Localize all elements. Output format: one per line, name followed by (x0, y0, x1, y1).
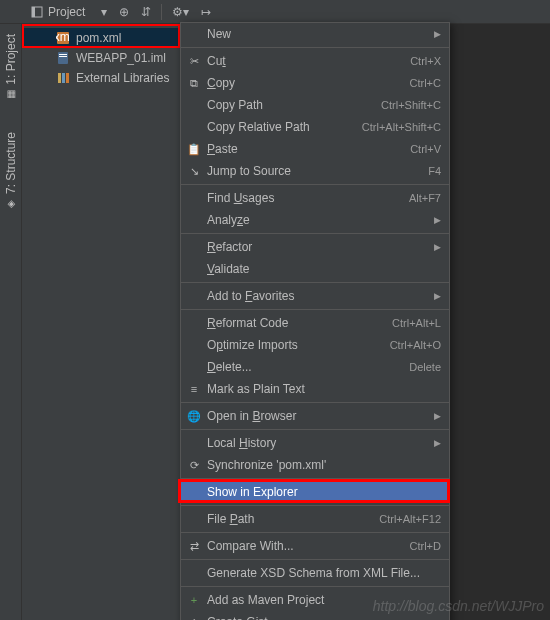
menu-item-label: Mark as Plain Text (207, 382, 441, 396)
menu-separator (181, 559, 449, 560)
menu-item-file-path[interactable]: File PathCtrl+Alt+F12 (181, 508, 449, 530)
menu-separator (181, 233, 449, 234)
menu-item-label: Compare With... (207, 539, 410, 553)
menu-item-icon: 📋 (187, 142, 201, 156)
menu-item-icon: ⟳ (187, 458, 201, 472)
menu-separator (181, 429, 449, 430)
menu-item-icon: + (187, 593, 201, 607)
menu-item-shortcut: Ctrl+V (410, 143, 441, 155)
menu-item-shortcut: Ctrl+Alt+F12 (379, 513, 441, 525)
menu-item-label: Cut (207, 54, 410, 68)
menu-item-label: Optimize Imports (207, 338, 390, 352)
menu-item-reformat-code[interactable]: Reformat CodeCtrl+Alt+L (181, 312, 449, 334)
menu-item-label: Refactor (207, 240, 441, 254)
menu-item-analyze[interactable]: Analyze▶ (181, 209, 449, 231)
menu-item-generate-xsd-schema-from-xml-file---[interactable]: Generate XSD Schema from XML File... (181, 562, 449, 584)
hide-icon[interactable]: ↦ (197, 3, 215, 21)
menu-item-copy-relative-path[interactable]: Copy Relative PathCtrl+Alt+Shift+C (181, 116, 449, 138)
menu-item-synchronize--pom-xml-[interactable]: ⟳Synchronize 'pom.xml' (181, 454, 449, 476)
menu-item-create-gist---[interactable]: ◆Create Gist... (181, 611, 449, 620)
menu-item-label: File Path (207, 512, 379, 526)
menu-item-refactor[interactable]: Refactor▶ (181, 236, 449, 258)
project-view-icon (30, 5, 44, 19)
menu-item-compare-with---[interactable]: ⇄Compare With...Ctrl+D (181, 535, 449, 557)
lib-file-icon (56, 71, 70, 85)
menu-item-shortcut: Ctrl+X (410, 55, 441, 67)
tree-item-webapp-01-iml[interactable]: WEBAPP_01.iml (22, 48, 180, 68)
menu-item-local-history[interactable]: Local History▶ (181, 432, 449, 454)
project-tree[interactable]: xmlpom.xmlWEBAPP_01.imlExternal Librarie… (22, 24, 180, 620)
menu-item-copy[interactable]: ⧉CopyCtrl+C (181, 72, 449, 94)
menu-item-label: New (207, 27, 441, 41)
menu-item-paste[interactable]: 📋PasteCtrl+V (181, 138, 449, 160)
menu-item-label: Analyze (207, 213, 441, 227)
menu-item-show-in-explorer[interactable]: Show in Explorer (181, 481, 449, 503)
menu-item-copy-path[interactable]: Copy PathCtrl+Shift+C (181, 94, 449, 116)
menu-item-open-in-browser[interactable]: 🌐Open in Browser▶ (181, 405, 449, 427)
svg-text:xml: xml (56, 31, 70, 44)
menu-item-label: Add to Favorites (207, 289, 441, 303)
dropdown-button[interactable]: ▾ (97, 3, 111, 21)
svg-rect-5 (59, 54, 67, 55)
menu-separator (181, 309, 449, 310)
menu-item-label: Open in Browser (207, 409, 441, 423)
menu-item-label: Copy Relative Path (207, 120, 362, 134)
submenu-arrow-icon: ▶ (434, 242, 441, 252)
menu-item-add-as-maven-project[interactable]: +Add as Maven Project (181, 589, 449, 611)
tree-item-external-libraries[interactable]: External Libraries (22, 68, 180, 88)
menu-item-label: Add as Maven Project (207, 593, 441, 607)
menu-item-label: Copy (207, 76, 410, 90)
iml-file-icon (56, 51, 70, 65)
submenu-arrow-icon: ▶ (434, 291, 441, 301)
structure-tab-label: 7: Structure (4, 132, 18, 194)
tree-item-pom-xml[interactable]: xmlpom.xml (22, 28, 180, 48)
svg-rect-8 (62, 73, 65, 83)
menu-separator (181, 478, 449, 479)
menu-item-shortcut: Ctrl+Alt+L (392, 317, 441, 329)
menu-separator (181, 47, 449, 48)
menu-item-optimize-imports[interactable]: Optimize ImportsCtrl+Alt+O (181, 334, 449, 356)
project-tab-icon: ▦ (5, 89, 16, 100)
context-menu: New▶✂CutCtrl+X⧉CopyCtrl+CCopy PathCtrl+S… (180, 22, 450, 620)
svg-rect-7 (58, 73, 61, 83)
menu-item-add-to-favorites[interactable]: Add to Favorites▶ (181, 285, 449, 307)
svg-rect-9 (66, 73, 69, 83)
menu-item-validate[interactable]: Validate (181, 258, 449, 280)
left-gutter-tabs: ▦ 1: Project ◈ 7: Structure (0, 24, 22, 620)
menu-item-shortcut: Delete (409, 361, 441, 373)
svg-rect-6 (59, 56, 67, 57)
menu-item-label: Paste (207, 142, 410, 156)
project-tab-label: 1: Project (4, 34, 18, 85)
menu-item-shortcut: Ctrl+D (410, 540, 441, 552)
collapse-all-icon[interactable]: ⇵ (137, 3, 155, 21)
menu-item-shortcut: Ctrl+Shift+C (381, 99, 441, 111)
menu-item-shortcut: Ctrl+Alt+O (390, 339, 441, 351)
menu-item-label: Jump to Source (207, 164, 428, 178)
project-label: Project (48, 5, 85, 19)
menu-item-shortcut: Alt+F7 (409, 192, 441, 204)
settings-gear-icon[interactable]: ⚙▾ (168, 3, 193, 21)
menu-item-delete---[interactable]: Delete...Delete (181, 356, 449, 378)
menu-item-label: Synchronize 'pom.xml' (207, 458, 441, 472)
menu-item-shortcut: Ctrl+Alt+Shift+C (362, 121, 441, 133)
menu-item-new[interactable]: New▶ (181, 23, 449, 45)
tree-item-label: External Libraries (76, 71, 169, 85)
scroll-from-source-icon[interactable]: ⊕ (115, 3, 133, 21)
menu-item-cut[interactable]: ✂CutCtrl+X (181, 50, 449, 72)
menu-item-icon: ⇄ (187, 539, 201, 553)
separator (161, 4, 162, 20)
menu-item-shortcut: F4 (428, 165, 441, 177)
svg-rect-4 (58, 52, 68, 64)
menu-item-jump-to-source[interactable]: ↘Jump to SourceF4 (181, 160, 449, 182)
project-tab[interactable]: ▦ 1: Project (2, 28, 20, 106)
menu-item-label: Create Gist... (207, 615, 441, 620)
menu-item-label: Delete... (207, 360, 409, 374)
submenu-arrow-icon: ▶ (434, 438, 441, 448)
structure-tab-icon: ◈ (5, 198, 16, 209)
menu-item-find-usages[interactable]: Find UsagesAlt+F7 (181, 187, 449, 209)
menu-item-mark-as-plain-text[interactable]: ≡Mark as Plain Text (181, 378, 449, 400)
tree-item-label: pom.xml (76, 31, 121, 45)
xml-file-icon: xml (56, 31, 70, 45)
structure-tab[interactable]: ◈ 7: Structure (2, 126, 20, 215)
menu-separator (181, 505, 449, 506)
